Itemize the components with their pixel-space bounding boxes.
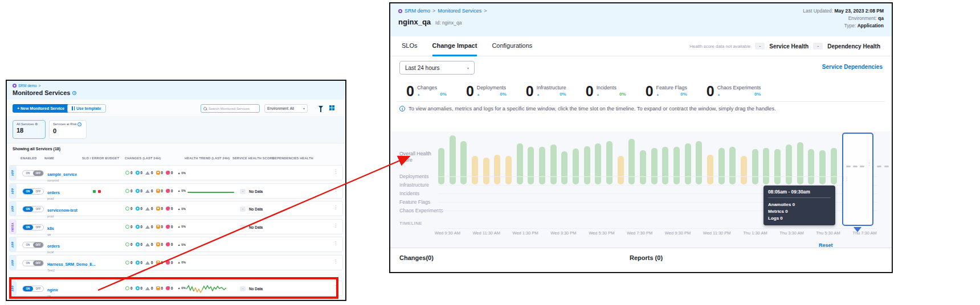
services-at-risk-card[interactable]: Services at Risk i 0: [49, 120, 87, 139]
timeline-bar[interactable]: [662, 147, 668, 184]
feature-flags-icon: [156, 171, 160, 175]
timeline-bar[interactable]: [584, 146, 590, 184]
timeline-bar[interactable]: [460, 141, 467, 184]
time-window-selection[interactable]: ⋮⋮ ⋮⋮: [842, 133, 873, 226]
service-row-orders[interactable]: APPONOFFordersprod00000▲ 0%-No Data⋮: [9, 183, 343, 199]
service-row-servicenow-test[interactable]: APPONOFFservicenow-testprod00000▲ 0%-No …: [9, 201, 343, 216]
new-monitored-service-button[interactable]: + New Monitored Service: [13, 104, 69, 113]
filter-icon[interactable]: [318, 106, 323, 109]
info-banner-text: To view anomalies, metrics and logs for …: [409, 106, 776, 112]
grid-view-icon[interactable]: [329, 105, 332, 108]
timeline-bar[interactable]: [786, 145, 792, 184]
timeline-bar[interactable]: [595, 143, 601, 184]
timeline-bar[interactable]: [696, 141, 702, 184]
tab-change-impact[interactable]: Change Impact: [432, 36, 477, 56]
timeline-bar[interactable]: [618, 156, 624, 184]
timeline-bar[interactable]: [561, 151, 567, 184]
timeline-bar[interactable]: [483, 158, 489, 184]
timeline-bar[interactable]: [450, 135, 456, 184]
timeline-bar[interactable]: [573, 149, 579, 184]
metric-value: 0: [526, 84, 534, 98]
service-name-cell: ordersprod: [47, 186, 60, 200]
row-menu-button[interactable]: ⋮: [333, 241, 338, 246]
enabled-toggle[interactable]: ONOFF: [22, 260, 44, 266]
row-menu-button[interactable]: ⋮: [333, 259, 338, 264]
timeline-bar[interactable]: [606, 141, 612, 184]
service-row-sample-service[interactable]: APPONOFFsample_servicenonprod00000▲ 0%⋮: [9, 165, 343, 180]
timeline-bar[interactable]: [797, 142, 803, 184]
service-name-link[interactable]: sample_service: [47, 172, 77, 176]
reset-button[interactable]: Reset: [819, 242, 833, 248]
service-row-harness-srm-demo-e-[interactable]: APPONOFFHarness_SRM_Demo_E...Test200000▲…: [9, 255, 343, 270]
metric-deployments: 0Deployments▲0%: [466, 84, 507, 98]
enabled-toggle[interactable]: ONOFF: [22, 286, 44, 292]
timeline-bar[interactable]: [539, 147, 545, 184]
time-axis: Wed 9:30 AMWed 11:30 AMWed 1:30 PMWed 3:…: [435, 230, 877, 236]
service-name-link[interactable]: orders: [47, 244, 60, 248]
timeline-bar[interactable]: [729, 147, 736, 184]
time-range-select[interactable]: Last 24 hours ▾: [399, 61, 475, 75]
row-menu-button[interactable]: ⋮: [333, 205, 338, 210]
row-menu-button[interactable]: ⋮: [333, 169, 338, 174]
breadcrumb-link-srm-demo[interactable]: SRM demo: [405, 8, 430, 14]
tab-slos[interactable]: SLOs: [402, 36, 418, 56]
use-template-button[interactable]: Use template: [67, 104, 106, 113]
timeline-bar[interactable]: [673, 147, 680, 184]
enabled-toggle[interactable]: ONOFF: [22, 188, 44, 195]
timeline-bar[interactable]: [763, 148, 769, 184]
service-name-link[interactable]: k8s: [47, 226, 54, 230]
timeline-bar[interactable]: [494, 155, 500, 184]
timeline-bar[interactable]: [472, 156, 478, 184]
changes-count[interactable]: Changes(0): [399, 254, 434, 261]
breadcrumb-link-monitored-services[interactable]: Monitored Services: [438, 8, 481, 14]
timeline-bar[interactable]: [640, 150, 646, 184]
timeline-bar[interactable]: [831, 148, 837, 184]
timeline-bar[interactable]: [819, 150, 826, 184]
enabled-toggle[interactable]: ONOFF: [22, 224, 44, 230]
search-box[interactable]: [201, 104, 260, 113]
breadcrumb[interactable]: SRM demo >: [13, 84, 40, 88]
enabled-toggle[interactable]: ONOFF: [22, 242, 44, 248]
timeline-bar[interactable]: [752, 149, 758, 184]
timeline-bar[interactable]: [438, 148, 444, 184]
environment-filter[interactable]: Environment: All ▾: [264, 104, 308, 113]
service-name-link[interactable]: Harness_SRM_Demo_E...: [47, 262, 96, 266]
timeline-bar[interactable]: [707, 155, 713, 184]
timeline-bar[interactable]: [528, 147, 534, 184]
timeline-bar[interactable]: [628, 139, 635, 184]
info-icon[interactable]: i: [72, 91, 76, 95]
tab-configurations[interactable]: Configurations: [492, 36, 532, 56]
row-menu-button[interactable]: ⋮: [333, 187, 338, 192]
enabled-toggle[interactable]: ONOFF: [22, 170, 44, 176]
row-menu-button[interactable]: ⋮: [333, 223, 338, 228]
dependency-health-label: Dependency Health: [827, 43, 880, 50]
deployments-icon: [125, 242, 129, 246]
service-name-link[interactable]: nginx: [47, 288, 58, 292]
selection-pointer-icon[interactable]: [854, 227, 861, 232]
drag-handle-left[interactable]: ⋮⋮: [842, 177, 848, 180]
timeline-bar[interactable]: [550, 145, 557, 184]
timeline-bar[interactable]: [685, 143, 691, 184]
timeline-bar[interactable]: [505, 156, 512, 184]
service-name-link[interactable]: orders: [47, 191, 60, 195]
timeline-bar[interactable]: [774, 149, 781, 184]
search-input[interactable]: [209, 107, 257, 110]
timeline-bar[interactable]: [517, 143, 523, 184]
row-menu-button[interactable]: ⋮: [333, 285, 338, 290]
timeline-bar[interactable]: [718, 148, 725, 184]
breadcrumb-link[interactable]: SRM demo: [18, 84, 37, 88]
service-row-k8s[interactable]: INFRAONOFFk8sqa00000▲ 0%-No Data⋮: [9, 219, 343, 234]
timeline-bar[interactable]: [651, 148, 658, 184]
drag-handle-right[interactable]: ⋮⋮: [867, 162, 873, 166]
service-dependencies-link[interactable]: Service Dependencies: [822, 64, 883, 70]
timeline-bar[interactable]: [741, 156, 747, 184]
service-row-nginx[interactable]: APPONOFFnginxqa00000▲ 0% -No Data⋮: [9, 281, 343, 296]
change-delta: ▲ 0%: [178, 171, 186, 175]
timeline-bar[interactable]: [808, 149, 814, 184]
service-name-link[interactable]: servicenow-test: [47, 208, 77, 212]
reports-count[interactable]: Reports (0): [630, 254, 663, 261]
all-services-card[interactable]: All Services ⚙ 18: [13, 120, 46, 139]
service-env-label: nonprod: [47, 179, 77, 182]
service-row-orders[interactable]: APPONOFForderslocal00000▲ 0%⋮: [9, 237, 343, 252]
enabled-toggle[interactable]: ONOFF: [22, 206, 44, 212]
